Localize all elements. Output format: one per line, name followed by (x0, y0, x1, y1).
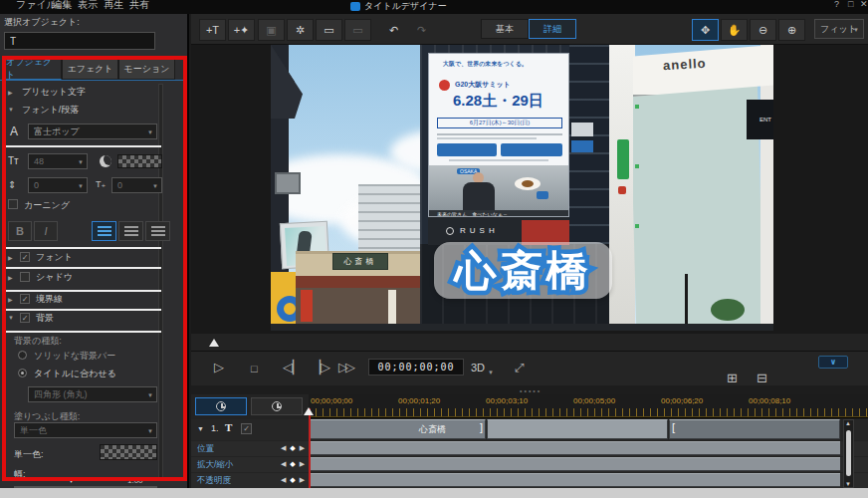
font-color-moon-icon[interactable] (100, 155, 111, 167)
section-preset-text[interactable]: プリセット文字 (22, 86, 86, 99)
fullscreen-button[interactable]: ⤢ (515, 360, 525, 375)
timeline-scrollbar[interactable]: ▲ ▼ (843, 419, 854, 488)
tab-effect[interactable]: エフェクト (62, 58, 118, 80)
single-color-swatch[interactable] (100, 444, 157, 460)
zoom-out-button[interactable]: ⊖ (750, 19, 776, 41)
move-tool-button[interactable]: ✥ (692, 19, 719, 41)
keyframe-prev-icon[interactable]: ◀ (281, 476, 287, 483)
width-slider-thumb[interactable]: ▼ (68, 477, 75, 484)
keyframe-add-icon[interactable]: ◆ (290, 460, 296, 467)
close-button[interactable]: ✕ (860, 0, 868, 9)
border-section-checkbox[interactable]: ✓ (20, 294, 30, 304)
zoom-fit-select[interactable]: フィット ▼ (814, 19, 864, 39)
chevron-right-icon[interactable]: ▶ (8, 274, 13, 281)
insert-rectangle-button[interactable]: ▭ (316, 19, 342, 41)
keyframe-lane[interactable] (309, 473, 840, 487)
menu-play[interactable]: 再生 (104, 0, 123, 12)
scrollbar-thumb[interactable] (846, 430, 851, 476)
font-family-select[interactable]: 富士ポップ ▼ (28, 124, 157, 139)
insert-rectangle2-button[interactable]: ▭ (344, 19, 371, 41)
chevron-down-icon[interactable]: ▼ (8, 107, 14, 113)
apply-motion-button[interactable]: ✲ (287, 19, 314, 41)
3d-dropdown-arrow[interactable]: ▼ (488, 365, 494, 380)
property-label[interactable]: 位置 (197, 443, 214, 455)
collapse-panel-button[interactable]: ∨ (818, 356, 848, 369)
keyframe-next-icon[interactable]: ▶ (300, 444, 306, 451)
keyframe-lane[interactable] (309, 441, 840, 455)
keyframe-lane[interactable] (309, 457, 840, 471)
playhead-marker[interactable] (304, 407, 314, 415)
scrubber-marker[interactable] (209, 339, 219, 347)
section-border[interactable]: 境界線 (36, 293, 63, 306)
keyframe-view-button[interactable] (251, 397, 303, 415)
tab-object[interactable]: オブジェクト (5, 58, 62, 80)
title-clip-segment[interactable]: 心斎橋 ] (309, 419, 486, 439)
section-background[interactable]: 背景 (36, 312, 54, 325)
title-overlay[interactable]: 心斎橋 心斎橋 (434, 242, 612, 299)
minimize-button[interactable]: □ (848, 0, 853, 9)
play-button[interactable]: ▷ (214, 360, 224, 375)
section-font-paragraph[interactable]: フォント/段落 (22, 104, 79, 117)
chevron-right-icon[interactable]: ▶ (8, 254, 13, 261)
keyframe-prev-icon[interactable]: ◀ (281, 444, 287, 451)
keyframe-add-icon[interactable]: ◆ (290, 444, 296, 451)
menu-view[interactable]: 表示 (78, 0, 98, 12)
property-label[interactable]: 拡大/縮小 (197, 459, 233, 471)
insert-particle-button[interactable]: +✦ (228, 19, 255, 41)
align-right-button[interactable] (145, 221, 170, 241)
keyframe-nav[interactable]: ◀ ◆ ▶ (281, 444, 306, 452)
tab-motion[interactable]: モーション (118, 58, 175, 80)
clip-trim-handle[interactable]: ] (480, 421, 483, 433)
keyframe-next-icon[interactable]: ▶ (300, 476, 306, 483)
property-label[interactable]: 不透明度 (197, 475, 231, 487)
previous-frame-button[interactable]: ◁▏ (283, 360, 303, 375)
stop-button[interactable]: □ (251, 361, 258, 376)
bg-solid-radio[interactable] (18, 351, 27, 360)
menu-file[interactable]: ファイル (16, 0, 57, 12)
bold-button[interactable]: B (8, 221, 32, 241)
single-view-button[interactable]: ⊟ (757, 371, 767, 385)
zoom-in-button[interactable]: ⊕ (778, 19, 805, 41)
keyframe-nav[interactable]: ◀ ◆ ▶ (281, 460, 306, 468)
section-font[interactable]: フォント (36, 251, 73, 264)
basic-mode-tab[interactable]: 基本 (481, 19, 529, 39)
video-preview-frame[interactable]: 心斎橋 大阪で、世界の未来をつくる。 (271, 45, 773, 331)
keyframe-add-icon[interactable]: ◆ (290, 476, 296, 483)
redo-button[interactable]: ↷ (408, 19, 435, 41)
playhead-line[interactable] (309, 408, 311, 488)
menu-edit[interactable]: 編集 (52, 0, 72, 12)
bg-shape-select[interactable]: 四角形 (角丸) ▼ (28, 386, 157, 402)
font-section-checkbox[interactable]: ✓ (20, 252, 30, 262)
title-clip-segment[interactable] (487, 419, 668, 439)
track-enable-checkbox[interactable]: ✓ (241, 423, 252, 434)
timeline-ruler[interactable]: 00;00;00;00 00;00;01;20 00;00;03;10 00;0… (309, 394, 868, 418)
preview-scrubber[interactable] (191, 334, 868, 352)
font-size-select[interactable]: 48 ▼ (28, 153, 88, 169)
fast-forward-button[interactable]: ▷▷ (338, 360, 352, 375)
align-center-button[interactable] (118, 221, 143, 241)
keyframe-prev-icon[interactable]: ◀ (281, 460, 287, 467)
detail-mode-tab[interactable]: 詳細 (529, 19, 576, 39)
chevron-right-icon[interactable]: ▶ (8, 296, 13, 303)
timecode-display[interactable]: 00;00;00;00 (368, 359, 464, 375)
hand-tool-button[interactable]: ✋ (721, 19, 748, 41)
track-collapse-icon[interactable]: ▼ (197, 425, 204, 432)
chevron-down-icon[interactable]: ▼ (8, 315, 14, 321)
section-shadow[interactable]: シャドウ (36, 271, 73, 284)
clip-trim-handle[interactable]: [ (672, 421, 675, 433)
selected-object-input[interactable] (4, 32, 155, 50)
kerning-checkbox[interactable] (8, 199, 18, 209)
keyframe-view-button-active[interactable] (195, 397, 247, 415)
dual-view-button[interactable]: ⊞ (727, 371, 738, 385)
bg-fit-title-radio[interactable] (18, 369, 27, 377)
title-clip-segment[interactable]: [ (669, 419, 840, 439)
scroll-down-icon[interactable]: ▼ (845, 481, 851, 487)
insert-text-button[interactable]: +T (199, 19, 226, 41)
italic-button[interactable]: I (34, 221, 58, 241)
chevron-right-icon[interactable]: ▶ (8, 89, 13, 96)
3d-mode-button[interactable]: 3D (471, 360, 485, 375)
char-spacing-select[interactable]: 0 ▼ (111, 177, 162, 193)
scroll-up-icon[interactable]: ▲ (845, 420, 851, 426)
panel-scrollbar[interactable] (158, 84, 163, 478)
next-frame-button[interactable]: ▕▷ (311, 360, 330, 375)
